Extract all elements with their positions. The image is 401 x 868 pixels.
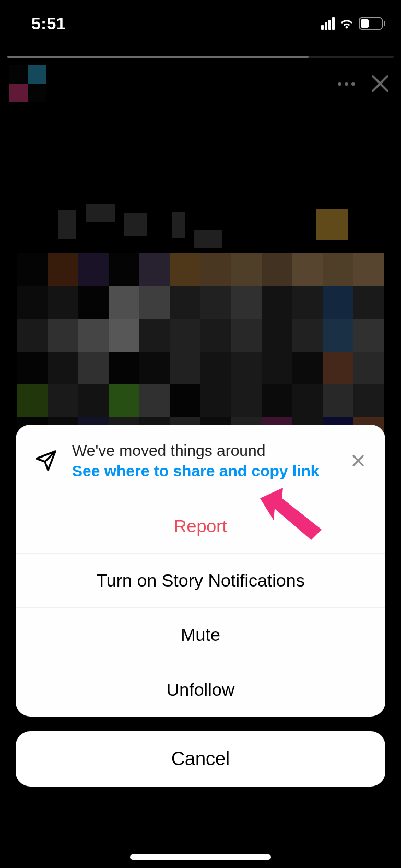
menu-item-report[interactable]: Report [16,499,385,554]
info-banner: We've moved things around See where to s… [16,425,385,499]
info-close-button[interactable] [347,449,370,472]
menu-item-label: Report [174,516,227,536]
menu-item-label: Unfollow [167,679,234,700]
menu-item-story-notifications[interactable]: Turn on Story Notifications [16,554,385,608]
info-title: We've moved things around [72,440,333,461]
home-indicator[interactable] [130,854,271,860]
menu-item-label: Mute [181,625,220,645]
status-bar: 5:51 36 [0,0,401,47]
status-time: 5:51 [21,14,66,33]
menu-item-unfollow[interactable]: Unfollow [16,662,385,717]
cancel-button[interactable]: Cancel [16,731,385,787]
status-icons: 36 [321,17,385,30]
share-icon [33,448,58,473]
action-sheet: We've moved things around See where to s… [16,425,385,717]
menu-item-label: Turn on Story Notifications [96,570,304,591]
battery-icon: 36 [359,17,385,30]
cancel-label: Cancel [171,748,230,770]
battery-percentage: 36 [367,19,375,28]
info-link[interactable]: See where to share and copy link [72,461,333,481]
wifi-icon [339,17,355,30]
cellular-signal-icon [321,17,335,30]
menu-item-mute[interactable]: Mute [16,608,385,662]
